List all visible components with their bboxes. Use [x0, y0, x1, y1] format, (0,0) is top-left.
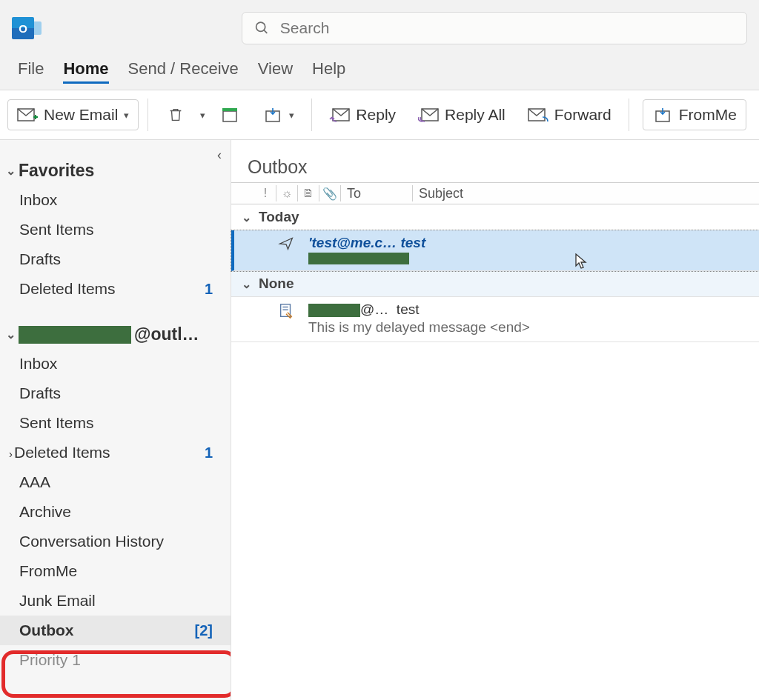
- sidebar-item-deleted[interactable]: ›Deleted Items1: [0, 438, 231, 467]
- chevron-down-icon: ⌄: [6, 164, 16, 178]
- reply-all-button[interactable]: Reply All: [410, 101, 514, 129]
- sidebar-item-label: Deleted Items: [19, 280, 116, 298]
- sidebar-item-archive[interactable]: Archive: [0, 497, 231, 527]
- sidebar-item-label: Priority 1: [19, 651, 81, 669]
- menu-send-receive[interactable]: Send / Receive: [128, 56, 239, 84]
- sidebar-item-label: Junk Email: [19, 592, 96, 610]
- sidebar-item-aaa[interactable]: AAA: [0, 467, 231, 497]
- menu-home[interactable]: Home: [63, 56, 108, 84]
- reminder-column-icon[interactable]: ☼: [278, 187, 296, 200]
- badge: [2]: [195, 622, 213, 639]
- message-row[interactable]: @… test This is my delayed message <end>: [231, 297, 759, 342]
- ribbon: New Email ▾ ▾ ▾ Reply Reply All Forward …: [0, 90, 759, 140]
- sidebar-item-conversation-history[interactable]: Conversation History: [0, 527, 231, 556]
- separator: [629, 99, 629, 131]
- svg-rect-5: [223, 111, 236, 121]
- account-heading[interactable]: ⌄ @outl…: [0, 304, 231, 349]
- sidebar-item-label: Inbox: [19, 355, 57, 373]
- sidebar-item-label: Outbox: [19, 621, 74, 639]
- message-row[interactable]: 'test@me.c… test: [231, 230, 759, 271]
- archive-button[interactable]: [211, 101, 248, 128]
- menu-help[interactable]: Help: [312, 56, 345, 84]
- importance-column-icon[interactable]: !: [256, 187, 274, 200]
- reply-all-label: Reply All: [445, 106, 506, 124]
- group-label: Today: [259, 209, 299, 225]
- sidebar-item-sent[interactable]: Sent Items: [0, 408, 231, 438]
- message-line1: @… test: [308, 301, 530, 318]
- draft-icon: [276, 301, 296, 319]
- message-preview: This is my delayed message <end>: [308, 319, 530, 336]
- trash-icon: [165, 107, 186, 123]
- separator: [148, 99, 148, 131]
- redacted-text: [308, 253, 409, 264]
- search-box[interactable]: [242, 12, 747, 44]
- message-line1: 'test@me.c… test: [308, 235, 425, 251]
- sidebar-item-label: Drafts: [19, 250, 61, 268]
- group-today[interactable]: ⌄ Today: [231, 204, 759, 230]
- fromme-label: FromMe: [679, 106, 737, 124]
- menubar: File Home Send / Receive View Help: [0, 56, 759, 90]
- redacted-account-name: [19, 326, 131, 344]
- new-email-icon: [17, 107, 38, 123]
- folder-sidebar: ‹ ⌄ Favorites Inbox Sent Items Drafts De…: [0, 140, 231, 700]
- sidebar-item-fromme[interactable]: FromMe: [0, 556, 231, 586]
- group-label: None: [259, 276, 294, 292]
- svg-point-0: [256, 22, 265, 31]
- outlook-logo-icon: O: [12, 17, 34, 39]
- sidebar-item-label: Deleted Items: [14, 444, 110, 461]
- send-icon: [276, 235, 296, 251]
- titlebar: O: [0, 0, 759, 56]
- menu-file[interactable]: File: [18, 56, 44, 84]
- sidebar-item-label: Archive: [19, 503, 71, 521]
- reply-button[interactable]: Reply: [321, 101, 404, 129]
- sidebar-item-priority1[interactable]: Priority 1: [0, 645, 231, 675]
- message-content: @… test This is my delayed message <end>: [308, 301, 530, 336]
- menu-view[interactable]: View: [258, 56, 293, 84]
- search-input[interactable]: [280, 19, 735, 37]
- message-list: Outbox ! ☼ 🗎 📎 To Subject ⌄ Today 'test@…: [231, 140, 759, 700]
- archive-icon: [219, 107, 240, 123]
- move-folder-icon: [652, 107, 673, 123]
- message-subject: test: [397, 301, 420, 317]
- sidebar-item-drafts[interactable]: Drafts: [0, 379, 231, 408]
- item-type-column-icon[interactable]: 🗎: [299, 187, 317, 200]
- sidebar-item-deleted[interactable]: Deleted Items1: [0, 274, 231, 304]
- sidebar-item-junk[interactable]: Junk Email: [0, 586, 231, 616]
- message-subject: test: [400, 235, 425, 250]
- reply-all-icon: [418, 107, 439, 123]
- reply-label: Reply: [356, 106, 396, 124]
- work-area: ‹ ⌄ Favorites Inbox Sent Items Drafts De…: [0, 140, 759, 700]
- message-to: 'test@me.c…: [308, 235, 397, 250]
- svg-rect-12: [281, 304, 291, 317]
- chevron-down-icon[interactable]: ▾: [200, 110, 205, 121]
- delete-button[interactable]: [157, 101, 194, 128]
- group-none[interactable]: ⌄ None: [231, 271, 759, 297]
- sidebar-item-outbox[interactable]: Outbox[2]: [0, 616, 231, 645]
- attachment-column-icon[interactable]: 📎: [321, 187, 339, 201]
- favorites-label: Favorites: [19, 161, 94, 181]
- sidebar-item-drafts[interactable]: Drafts: [0, 244, 231, 274]
- chevron-down-icon: ⌄: [6, 327, 16, 341]
- forward-label: Forward: [554, 106, 611, 124]
- column-headers[interactable]: ! ☼ 🗎 📎 To Subject: [231, 182, 759, 204]
- move-button[interactable]: ▾: [254, 101, 302, 128]
- new-email-button[interactable]: New Email ▾: [7, 99, 139, 130]
- sidebar-item-label: Sent Items: [19, 221, 93, 239]
- sidebar-item-label: Inbox: [19, 191, 57, 209]
- badge: 1: [205, 281, 213, 298]
- chevron-down-icon: ▾: [289, 110, 294, 121]
- subject-column-header[interactable]: Subject: [414, 186, 463, 201]
- sidebar-item-inbox[interactable]: Inbox: [0, 185, 231, 215]
- sidebar-item-sent[interactable]: Sent Items: [0, 215, 231, 244]
- fromme-button[interactable]: FromMe: [643, 99, 746, 130]
- svg-line-1: [264, 30, 267, 33]
- to-column-header[interactable]: To: [342, 186, 411, 201]
- separator: [311, 99, 312, 131]
- badge: 1: [205, 444, 213, 461]
- sidebar-item-inbox[interactable]: Inbox: [0, 349, 231, 379]
- favorites-heading[interactable]: ⌄ Favorites: [0, 140, 231, 185]
- collapse-sidebar-icon[interactable]: ‹: [217, 147, 222, 163]
- sidebar-item-label: Conversation History: [19, 533, 164, 550]
- forward-button[interactable]: Forward: [520, 101, 620, 129]
- chevron-down-icon: ⌄: [242, 210, 251, 224]
